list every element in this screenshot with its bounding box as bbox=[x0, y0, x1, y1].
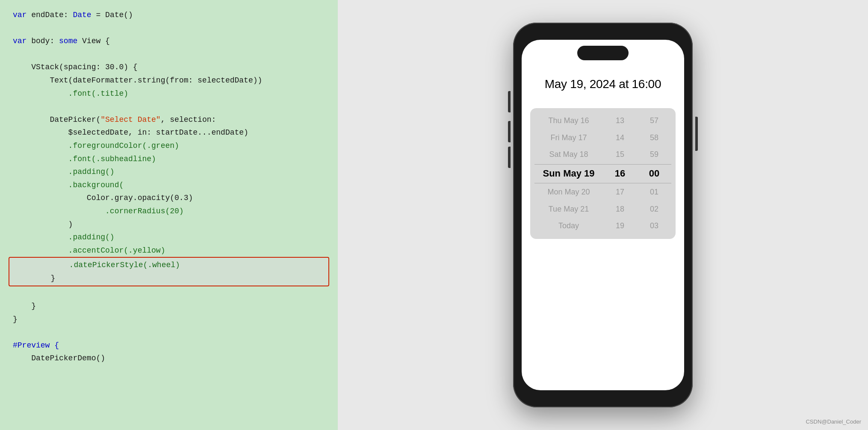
code-line bbox=[13, 286, 325, 300]
code-line: .foregroundColor(.green) bbox=[13, 139, 325, 153]
code-line: .background( bbox=[13, 179, 325, 192]
picker-item-day[interactable]: Thu May 16 bbox=[534, 112, 603, 130]
picker-item-day[interactable]: Sun May 19 bbox=[534, 163, 603, 184]
code-line: DatePicker("Select Date", selection: bbox=[13, 113, 325, 127]
code-line: Color.gray.opacity(0.3) bbox=[13, 191, 325, 205]
code-line: DatePickerDemo() bbox=[13, 352, 325, 365]
dynamic-island bbox=[577, 46, 629, 60]
picker-item-hour[interactable]: 14 bbox=[603, 130, 637, 147]
picker-item-day[interactable]: Fri May 17 bbox=[534, 130, 603, 147]
code-line: $selectedDate, in: startDate...endDate) bbox=[13, 126, 325, 139]
code-line: .font(.subheadline) bbox=[13, 153, 325, 166]
date-display: May 19, 2024 at 16:00 bbox=[545, 77, 661, 91]
picker-item-minute[interactable]: 58 bbox=[637, 130, 671, 147]
code-line: } bbox=[13, 313, 325, 326]
picker-line-bottom bbox=[534, 183, 671, 183]
code-line: .cornerRadius(20) bbox=[13, 205, 325, 218]
phone-screen: May 19, 2024 at 16:00 Thu May 16Fri May … bbox=[522, 40, 684, 390]
watermark: CSDN@Daniel_Coder bbox=[806, 418, 861, 425]
code-editor-panel: var endDate: Date = Date() var body: som… bbox=[0, 0, 338, 430]
picker-item-hour[interactable]: 13 bbox=[603, 112, 637, 130]
code-line: .padding() bbox=[13, 231, 325, 244]
code-line: } bbox=[13, 300, 325, 313]
code-line: #Preview { bbox=[13, 339, 325, 352]
picker-line-top bbox=[534, 164, 671, 165]
code-line: var endDate: Date = Date() bbox=[13, 9, 325, 22]
picker-item-minute[interactable]: 01 bbox=[637, 184, 671, 201]
picker-col-day[interactable]: Thu May 16Fri May 17Sat May 18Sun May 19… bbox=[534, 112, 603, 235]
picker-col-hour[interactable]: 13141516171819 bbox=[603, 112, 637, 235]
picker-item-day[interactable]: Today bbox=[534, 218, 603, 235]
highlighted-code-block: .datePickerStyle(.wheel) } bbox=[9, 257, 329, 286]
picker-item-day[interactable]: Sat May 18 bbox=[534, 146, 603, 163]
phone-content: May 19, 2024 at 16:00 Thu May 16Fri May … bbox=[522, 60, 684, 390]
picker-item-hour[interactable]: 17 bbox=[603, 184, 637, 201]
code-line: .accentColor(.yellow) bbox=[13, 244, 325, 257]
picker-item-minute[interactable]: 57 bbox=[637, 112, 671, 130]
wheel-picker[interactable]: Thu May 16Fri May 17Sat May 18Sun May 19… bbox=[530, 108, 676, 239]
code-line bbox=[13, 100, 325, 113]
picker-item-day[interactable]: Tue May 21 bbox=[534, 201, 603, 218]
code-line: .font(.title) bbox=[13, 87, 325, 100]
code-line bbox=[13, 326, 325, 339]
picker-item-minute[interactable]: 00 bbox=[637, 163, 671, 184]
code-line: ) bbox=[13, 218, 325, 231]
picker-item-hour[interactable]: 18 bbox=[603, 201, 637, 218]
picker-item-minute[interactable]: 59 bbox=[637, 146, 671, 163]
picker-item-day[interactable]: Mon May 20 bbox=[534, 184, 603, 201]
picker-item-minute[interactable]: 02 bbox=[637, 201, 671, 218]
picker-columns: Thu May 16Fri May 17Sat May 18Sun May 19… bbox=[530, 112, 676, 235]
code-line: var body: some View { bbox=[13, 35, 325, 48]
preview-panel: May 19, 2024 at 16:00 Thu May 16Fri May … bbox=[338, 0, 868, 430]
code-line bbox=[13, 22, 325, 35]
picker-item-hour[interactable]: 19 bbox=[603, 218, 637, 235]
phone-mockup: May 19, 2024 at 16:00 Thu May 16Fri May … bbox=[513, 23, 693, 407]
code-content: var endDate: Date = Date() var body: som… bbox=[13, 9, 325, 365]
picker-item-hour[interactable]: 16 bbox=[603, 163, 637, 184]
picker-item-minute[interactable]: 03 bbox=[637, 218, 671, 235]
code-line: } bbox=[14, 272, 324, 285]
code-line: .padding() bbox=[13, 165, 325, 179]
code-line: .datePickerStyle(.wheel) bbox=[14, 259, 324, 272]
picker-col-minute[interactable]: 57585900010203 bbox=[637, 112, 671, 235]
code-line bbox=[13, 48, 325, 61]
code-line: Text(dateFormatter.string(from: selected… bbox=[13, 74, 325, 87]
picker-item-hour[interactable]: 15 bbox=[603, 146, 637, 163]
code-line: VStack(spacing: 30.0) { bbox=[13, 61, 325, 74]
